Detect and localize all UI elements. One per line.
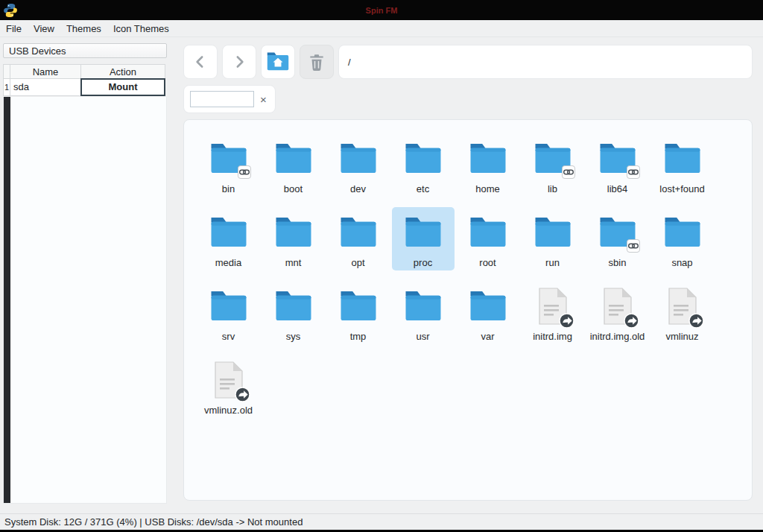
file-item[interactable]: vmlinuz xyxy=(651,281,714,344)
file-item[interactable]: boot xyxy=(262,133,325,197)
mount-button[interactable]: Mount xyxy=(80,78,165,96)
title-bar: Spin FM xyxy=(0,0,763,20)
trash-button[interactable] xyxy=(300,45,334,79)
menu-bar: File View Themes Icon Themes xyxy=(0,20,763,37)
file-item-icon xyxy=(335,136,382,181)
file-item-label: srv xyxy=(222,331,235,342)
link-emblem-icon xyxy=(238,165,251,179)
home-button[interactable] xyxy=(261,45,295,79)
window-title: Spin FM xyxy=(0,6,763,15)
file-item-icon xyxy=(659,210,706,255)
file-item-icon xyxy=(335,210,382,255)
status-bar: System Disk: 12G / 371G (4%) | USB Disks… xyxy=(0,513,763,530)
file-item-icon xyxy=(206,136,252,181)
folder-icon xyxy=(468,142,508,176)
file-item-label: proc xyxy=(414,257,432,268)
file-item[interactable]: run xyxy=(522,207,584,270)
file-item[interactable]: lib64 xyxy=(586,133,649,197)
file-item-label: boot xyxy=(284,183,303,194)
chevron-right-icon xyxy=(229,52,249,72)
file-item-icon xyxy=(465,210,511,255)
file-item-icon xyxy=(270,136,317,181)
file-item-label: etc xyxy=(417,183,429,194)
file-item-icon xyxy=(465,136,511,181)
file-item-icon xyxy=(659,284,706,329)
file-item[interactable]: opt xyxy=(327,207,390,270)
file-item-icon xyxy=(270,284,317,329)
file-item-label: snap xyxy=(671,257,692,268)
clear-search-button[interactable]: × xyxy=(260,94,267,105)
link-emblem-icon xyxy=(627,165,640,179)
file-item[interactable]: var xyxy=(457,281,519,344)
file-item-label: lib xyxy=(548,183,557,194)
devices-table: Name Action 1 sda Mount xyxy=(3,64,167,96)
file-item-icon xyxy=(595,136,641,181)
file-item-icon xyxy=(659,136,706,181)
file-item-label: tmp xyxy=(350,331,367,342)
file-item[interactable]: home xyxy=(457,133,519,197)
file-item-label: var xyxy=(481,331,494,342)
file-item[interactable]: lib xyxy=(522,133,584,197)
row-header-strip xyxy=(4,97,10,503)
file-item[interactable]: usr xyxy=(392,281,455,344)
home-folder-icon xyxy=(266,51,290,72)
path-field[interactable]: / xyxy=(338,45,753,79)
file-item[interactable]: media xyxy=(197,207,260,270)
file-item[interactable]: snap xyxy=(651,207,714,270)
file-item-label: usr xyxy=(416,331,429,342)
usb-devices-panel: USB Devices Name Action 1 sda Mount xyxy=(3,43,167,504)
table-row: 1 sda Mount xyxy=(3,79,167,96)
file-item-icon xyxy=(595,210,641,255)
devices-table-empty-area xyxy=(3,97,167,504)
trash-icon xyxy=(307,52,326,72)
folder-icon xyxy=(662,142,703,176)
symlink-emblem-icon xyxy=(624,313,639,329)
file-item[interactable]: initrd.img.old xyxy=(586,281,649,344)
file-item-icon xyxy=(335,284,382,329)
file-item[interactable]: srv xyxy=(197,281,260,344)
file-item-label: dev xyxy=(350,183,366,194)
file-item[interactable]: initrd.img xyxy=(522,281,584,344)
file-item[interactable]: proc xyxy=(392,207,455,270)
file-item[interactable]: mnt xyxy=(262,207,325,270)
folder-icon xyxy=(468,216,508,250)
file-item[interactable]: bin xyxy=(197,133,260,197)
menu-file[interactable]: File xyxy=(6,23,28,34)
menu-icon-themes[interactable]: Icon Themes xyxy=(113,23,176,34)
file-item-label: initrd.img xyxy=(533,331,572,342)
link-emblem-icon xyxy=(562,165,575,179)
file-item[interactable]: sbin xyxy=(586,207,649,270)
file-item-icon xyxy=(400,284,446,329)
menu-view[interactable]: View xyxy=(34,23,61,34)
file-item-label: lib64 xyxy=(607,183,627,194)
back-button[interactable] xyxy=(183,45,218,79)
file-item[interactable]: lost+found xyxy=(651,133,714,197)
file-item-icon xyxy=(595,284,641,329)
forward-button[interactable] xyxy=(222,45,256,79)
menu-themes[interactable]: Themes xyxy=(66,23,108,34)
link-emblem-icon xyxy=(627,239,640,253)
column-header-name[interactable]: Name xyxy=(10,64,81,79)
folder-icon xyxy=(403,216,443,250)
file-item-icon xyxy=(530,284,576,329)
search-input[interactable] xyxy=(190,91,254,107)
file-item[interactable]: sys xyxy=(262,281,325,344)
file-item[interactable]: dev xyxy=(327,133,390,197)
file-item[interactable]: root xyxy=(457,207,519,270)
folder-icon xyxy=(468,290,508,323)
usb-devices-header: USB Devices xyxy=(3,43,167,58)
symlink-emblem-icon xyxy=(559,313,574,329)
file-item[interactable]: vmlinuz.old xyxy=(197,355,260,418)
folder-icon xyxy=(209,290,249,323)
file-item-label: home xyxy=(475,183,500,194)
folder-icon xyxy=(403,290,443,323)
file-item-label: initrd.img.old xyxy=(590,331,645,342)
column-header-action[interactable]: Action xyxy=(80,64,165,79)
folder-icon xyxy=(209,216,249,250)
file-item-label: vmlinuz.old xyxy=(204,405,253,416)
file-item[interactable]: etc xyxy=(392,133,455,197)
file-item[interactable]: tmp xyxy=(327,281,390,344)
device-name-cell[interactable]: sda xyxy=(10,78,81,96)
symlink-emblem-icon xyxy=(688,313,704,329)
file-item-label: media xyxy=(215,257,241,268)
